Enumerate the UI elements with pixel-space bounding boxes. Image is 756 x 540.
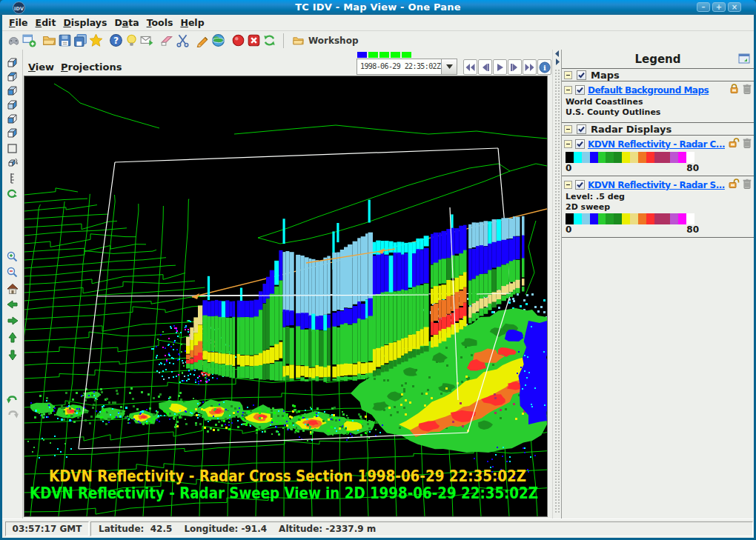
toolbar-copy-button[interactable] — [73, 33, 88, 49]
map-canvas[interactable]: KDVN Reflectivity - Radar Cross Section … — [24, 76, 548, 517]
float-legend-icon[interactable] — [738, 53, 750, 64]
entry-link[interactable]: KDVN Reflectivity - Radar S... — [588, 180, 725, 190]
menu-projections[interactable]: Projections — [61, 61, 122, 73]
workshop-button[interactable]: Workshop — [292, 35, 358, 47]
time-dropdown-button[interactable] — [441, 59, 457, 74]
trash-icon[interactable] — [743, 178, 752, 192]
toolbar-open-folder-button[interactable] — [42, 33, 57, 49]
toolbar-new-window-button[interactable] — [21, 33, 37, 49]
view-cube-3-button[interactable] — [6, 85, 19, 99]
toolbar-eraser-button[interactable] — [159, 33, 175, 49]
view-rotate-cube-button[interactable] — [6, 156, 19, 170]
refresh-icon — [262, 33, 276, 47]
collapse-icon[interactable] — [564, 86, 572, 94]
view-vertical-scale-button[interactable] — [6, 172, 19, 185]
view-home-button[interactable] — [6, 282, 19, 296]
time-step-2[interactable] — [379, 52, 389, 58]
view-cube-1-button[interactable] — [6, 57, 19, 70]
view-cube-2-button[interactable] — [6, 71, 19, 84]
view-rotate-view-button[interactable] — [6, 187, 19, 201]
send-mail-icon — [140, 33, 154, 47]
view-undo-button[interactable] — [6, 394, 19, 407]
view-cube-6-button[interactable] — [6, 127, 19, 141]
group-checkbox[interactable] — [577, 70, 586, 80]
lock-icon[interactable] — [728, 178, 740, 192]
sweep-label: KDVN Reflectivity - Radar Sweep View in … — [30, 484, 538, 502]
anim-play-button[interactable] — [493, 59, 507, 75]
legend-divider — [562, 237, 754, 238]
time-step-4[interactable] — [402, 52, 411, 58]
redo-icon — [6, 409, 19, 422]
anim-go-end-button[interactable] — [523, 59, 537, 75]
view-pan-left-button[interactable] — [6, 298, 19, 311]
toolbar-save-button[interactable] — [57, 33, 73, 49]
pan-left-icon — [6, 298, 19, 311]
view-pan-right-button[interactable] — [6, 314, 19, 327]
view-cube-5-button[interactable] — [6, 113, 19, 127]
anim-step-back-button[interactable] — [478, 59, 492, 75]
maximize-button[interactable]: + — [712, 2, 726, 12]
toolbar-dashboard-button[interactable] — [6, 33, 21, 49]
legend-divider — [562, 176, 754, 176]
toolbar-help-button[interactable]: ? — [108, 33, 124, 49]
trash-icon[interactable] — [743, 83, 752, 97]
toolbar: ?Workshop — [2, 31, 754, 50]
entry-checkbox[interactable] — [575, 139, 585, 149]
pan-down-icon — [6, 348, 19, 361]
view-flat-square-button[interactable] — [6, 141, 19, 155]
view-zoom-out-button[interactable] — [6, 266, 19, 279]
view-cube-4-button[interactable] — [6, 99, 19, 113]
color-scale[interactable] — [566, 213, 694, 224]
panel-splitter[interactable] — [552, 50, 561, 519]
minimize-button[interactable]: – — [697, 2, 710, 12]
time-step-1[interactable] — [368, 52, 378, 58]
entry-link[interactable]: KDVN Reflectivity - Radar C... — [588, 139, 725, 150]
entry-checkbox[interactable] — [575, 85, 585, 95]
time-selector[interactable]: 1998-06-29 22:35:02Z — [357, 59, 457, 75]
view-zoom-in-button[interactable] — [6, 250, 19, 264]
toolbar-idea-bulb-button[interactable] — [124, 33, 139, 49]
lock-icon[interactable] — [729, 83, 740, 97]
time-step-0[interactable] — [357, 52, 367, 58]
view-pan-down-button[interactable] — [6, 348, 19, 361]
view-redo-button[interactable] — [6, 409, 19, 422]
menu-tools[interactable]: Tools — [147, 17, 173, 28]
menu-help[interactable]: Help — [180, 17, 204, 28]
toolbar-refresh-button[interactable] — [262, 33, 277, 49]
menu-data[interactable]: Data — [114, 17, 139, 28]
legend-entry: KDVN Reflectivity - Radar C... — [562, 137, 754, 151]
view-pan-up-button[interactable] — [6, 331, 19, 344]
menu-view[interactable]: View — [28, 61, 54, 73]
toolbar-draw-pencil-button[interactable] — [195, 33, 210, 49]
anim-step-forward-button[interactable] — [508, 59, 522, 75]
toolbar-record-button[interactable] — [231, 33, 246, 49]
clock-display: 03:57:17 GMT — [5, 521, 89, 536]
toolbar-cut-button[interactable] — [175, 33, 190, 49]
color-scale[interactable] — [566, 152, 694, 163]
menu-file[interactable]: File — [9, 17, 28, 28]
collapse-icon[interactable] — [564, 125, 572, 133]
collapse-icon[interactable] — [564, 181, 572, 189]
entry-link[interactable]: Default Background Maps — [588, 85, 726, 96]
entry-checkbox[interactable] — [575, 180, 585, 190]
collapse-icon[interactable] — [564, 140, 572, 148]
anim-go-start-button[interactable] — [463, 59, 477, 75]
rotate-cube-icon — [6, 156, 19, 170]
anim-info-button[interactable]: i — [537, 59, 551, 75]
close-button[interactable]: × — [728, 2, 741, 12]
time-step-3[interactable] — [391, 52, 400, 58]
cube-5-icon — [6, 113, 19, 127]
lock-icon[interactable] — [728, 137, 740, 151]
collapse-icon[interactable] — [564, 71, 572, 79]
toolbar-send-mail-button[interactable] — [139, 33, 155, 49]
toolbar-favorite-button[interactable] — [88, 33, 104, 49]
toolbar-delete-button[interactable] — [246, 33, 262, 49]
trash-icon[interactable] — [743, 137, 752, 151]
menu-displays[interactable]: Displays — [63, 17, 107, 28]
menu-edit[interactable]: Edit — [36, 17, 56, 28]
globe-icon — [211, 33, 225, 47]
entry-detail: U.S. County Outlines — [562, 107, 754, 118]
toolbar-globe-button[interactable] — [210, 33, 226, 49]
group-checkbox[interactable] — [577, 124, 586, 134]
go-start-icon — [465, 63, 476, 72]
